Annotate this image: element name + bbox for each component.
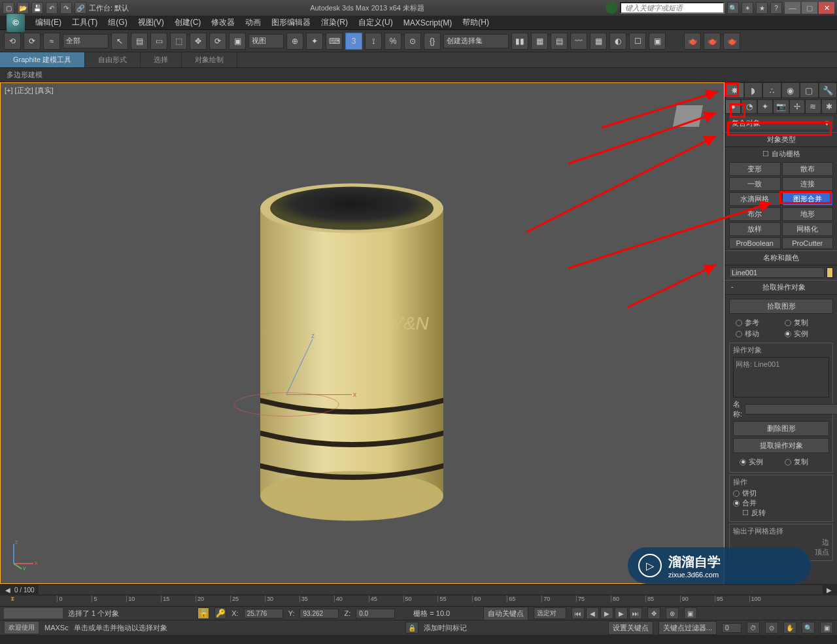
time-config-icon[interactable]: ⏱: [747, 622, 760, 634]
tool-icon-2[interactable]: ★: [756, 2, 768, 14]
coord-y[interactable]: 93.262: [299, 609, 339, 619]
material-editor-icon[interactable]: ◐: [609, 33, 626, 50]
pick-shape-button[interactable]: 拾取图形: [729, 299, 833, 314]
viewcube[interactable]: [665, 96, 711, 135]
bind-tool-icon[interactable]: ≈: [43, 33, 60, 50]
align-icon[interactable]: ▦: [531, 33, 548, 50]
shapes-subtab-icon[interactable]: ◔: [741, 99, 757, 114]
link-tool-icon[interactable]: ⟲: [4, 33, 21, 50]
rotate-tool-icon[interactable]: ⟳: [209, 33, 226, 50]
lock-sel-icon[interactable]: 🔒: [405, 622, 418, 634]
coord-x[interactable]: 25.776: [244, 609, 283, 619]
menu-create[interactable]: 创建(C): [171, 16, 205, 29]
object-type-button[interactable]: 网格化: [782, 222, 834, 236]
operand-listbox[interactable]: 网格: Line001: [733, 357, 829, 398]
coord-z[interactable]: 0.0: [356, 609, 395, 619]
material-swatch[interactable]: [4, 608, 63, 619]
render-setup-icon[interactable]: ☐: [629, 33, 646, 50]
cameras-subtab-icon[interactable]: 📷: [773, 99, 789, 114]
workspace-label[interactable]: 工作台: 默认: [89, 3, 129, 13]
info-icon[interactable]: [606, 2, 617, 14]
object-type-button[interactable]: 变形: [729, 162, 781, 176]
hierarchy-tab-icon[interactable]: ⛬: [762, 82, 781, 98]
menu-graph[interactable]: 图形编辑器: [267, 16, 315, 29]
select-name-icon[interactable]: ▤: [131, 33, 148, 50]
render-prod-icon[interactable]: 🫖: [704, 33, 721, 50]
key-filter-button[interactable]: 关键点过滤器...: [658, 621, 717, 635]
curve-editor-icon[interactable]: 〰: [570, 33, 587, 50]
viewport[interactable]: [+] [正交] [真实]: [0, 82, 725, 584]
extract-operand-button[interactable]: 提取操作对象: [733, 438, 829, 453]
spinner-snap-icon[interactable]: ⊙: [404, 33, 421, 50]
ribbon-tab-graphite[interactable]: Graphite 建模工具: [0, 52, 85, 67]
save-icon[interactable]: 💾: [31, 2, 43, 14]
radio-cookie[interactable]: 饼切: [733, 488, 829, 498]
angle-snap-icon[interactable]: ⟟: [365, 33, 382, 50]
goto-start-icon[interactable]: ⏮: [572, 607, 585, 619]
render-icon[interactable]: 🫖: [684, 33, 701, 50]
auto-key-button[interactable]: 自动关键点: [483, 607, 528, 620]
radio-reference[interactable]: 参考: [736, 318, 778, 328]
selected-lock[interactable]: 选定对: [534, 607, 566, 619]
selection-filter-dropdown[interactable]: 全部: [63, 34, 109, 48]
systems-subtab-icon[interactable]: ✱: [821, 99, 837, 114]
spacewarps-subtab-icon[interactable]: ≋: [805, 99, 821, 114]
object-type-button[interactable]: 图形合并: [782, 192, 834, 206]
delete-shape-button[interactable]: 删除图形: [733, 421, 829, 436]
set-key-button[interactable]: 设置关键点: [608, 621, 653, 635]
minimize-button[interactable]: —: [785, 2, 800, 14]
geometry-subtab-icon[interactable]: ●: [725, 99, 741, 114]
ribbon-subtab[interactable]: 多边形建模: [0, 68, 837, 82]
nav-icon-2[interactable]: ⊕: [666, 607, 679, 619]
render-frame-icon[interactable]: ▣: [649, 33, 666, 50]
snap-toggle-icon[interactable]: 3: [345, 33, 362, 50]
schematic-icon[interactable]: ▦: [590, 33, 607, 50]
unlink-tool-icon[interactable]: ⟳: [24, 33, 41, 50]
object-type-button[interactable]: 水滴网格: [729, 192, 781, 206]
rollup-name-color[interactable]: 名称和颜色: [725, 250, 837, 265]
object-type-button[interactable]: 地形: [782, 207, 834, 221]
key-icon[interactable]: 🔑: [214, 607, 226, 619]
close-button[interactable]: ✕: [819, 2, 834, 14]
menu-anim[interactable]: 动画: [241, 16, 265, 29]
check-invert[interactable]: ☐反转: [742, 508, 829, 518]
tool-icon-1[interactable]: ✶: [742, 2, 753, 14]
goto-end-icon[interactable]: ⏭: [629, 607, 642, 619]
menu-group[interactable]: 组(G): [104, 16, 131, 29]
object-type-button[interactable]: 一致: [729, 177, 781, 191]
ribbon-tab-paint[interactable]: 对象绘制: [182, 52, 237, 67]
app-logo[interactable]: ©: [7, 14, 25, 32]
nav-icon-5[interactable]: ✋: [783, 622, 796, 634]
scroll-left-icon[interactable]: ◀: [5, 586, 10, 594]
scale-tool-icon[interactable]: ▣: [229, 33, 246, 50]
object-type-button[interactable]: 散布: [782, 162, 834, 176]
coord-system-dropdown[interactable]: 视图: [248, 34, 284, 48]
radio-instance[interactable]: 实例: [785, 329, 827, 339]
select-tool-icon[interactable]: ↖: [111, 33, 128, 50]
maximize-button[interactable]: ▢: [802, 2, 817, 14]
checkbox-icon[interactable]: ☐: [762, 150, 769, 158]
object-type-button[interactable]: ProBoolean: [729, 237, 781, 249]
menu-maxscript[interactable]: MAXScript(M): [400, 17, 456, 29]
radio-copy[interactable]: 复制: [785, 318, 827, 328]
rendered-object[interactable]: z x y: [221, 143, 483, 548]
keyboard-icon[interactable]: ⌨: [326, 33, 343, 50]
radio-instance-2[interactable]: 实例: [740, 457, 778, 467]
prev-frame-icon[interactable]: ◀: [586, 607, 599, 619]
operand-name-input[interactable]: [745, 404, 837, 415]
help-icon[interactable]: ?: [770, 2, 782, 14]
timeline-slider[interactable]: [39, 585, 823, 594]
menu-tools[interactable]: 工具(T): [68, 16, 101, 29]
object-name-input[interactable]: [729, 267, 825, 278]
add-time-tag[interactable]: 添加时间标记: [424, 623, 467, 633]
named-selection-dropdown[interactable]: 创建选择集: [443, 34, 509, 48]
radio-move[interactable]: 移动: [736, 329, 778, 339]
ribbon-tab-selection[interactable]: 选择: [141, 52, 182, 67]
edit-named-sel-icon[interactable]: {}: [424, 33, 441, 50]
lock-icon[interactable]: 🔒: [197, 607, 209, 619]
scroll-right-icon[interactable]: ▶: [827, 586, 832, 594]
object-type-button[interactable]: 放样: [729, 222, 781, 236]
menu-help[interactable]: 帮助(H): [458, 16, 493, 29]
motion-tab-icon[interactable]: ◉: [781, 82, 800, 98]
select-rect-icon[interactable]: ▭: [150, 33, 167, 50]
